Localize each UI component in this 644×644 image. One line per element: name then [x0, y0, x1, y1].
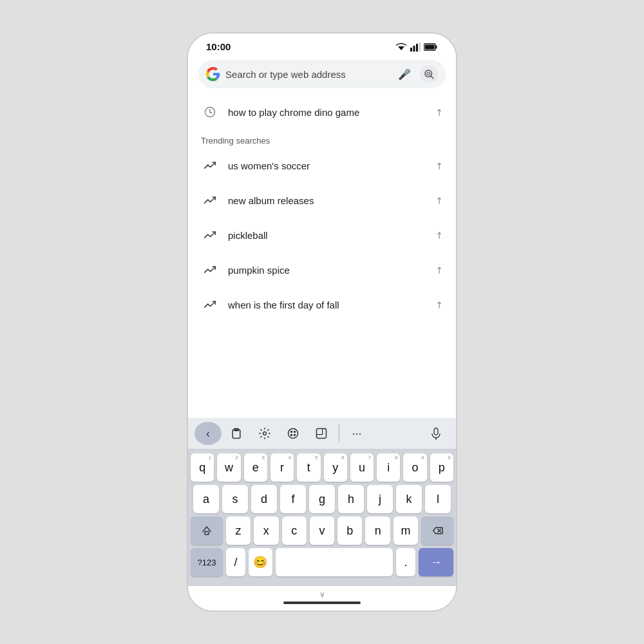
key-g[interactable]: g: [309, 485, 335, 513]
trending-icon-3: [201, 261, 219, 279]
key-b[interactable]: b: [337, 516, 362, 545]
keyboard-clipboard-btn[interactable]: [223, 422, 250, 445]
trending-item-1[interactable]: new album releases ↗: [188, 183, 456, 218]
search-icons: 🎤: [395, 65, 438, 83]
status-icons: [395, 43, 438, 52]
svg-line-10: [431, 76, 433, 79]
svg-point-15: [289, 429, 298, 439]
svg-rect-7: [425, 44, 435, 49]
key-w[interactable]: 2w: [217, 453, 240, 482]
key-d[interactable]: d: [251, 485, 277, 513]
battery-icon: [424, 43, 438, 51]
svg-point-17: [294, 431, 296, 433]
trending-item-0[interactable]: us women's soccer ↗: [188, 148, 456, 183]
svg-point-16: [290, 431, 292, 433]
keyboard-row-4: ?123 / 😊 . →: [191, 548, 453, 576]
trending-item-4-text: when is the first day of fall: [228, 299, 435, 310]
trending-item-2-text: pickleball: [228, 230, 435, 241]
phone-container: 10:00: [187, 32, 457, 612]
svg-point-14: [263, 432, 267, 435]
key-u[interactable]: 7u: [350, 453, 374, 482]
key-l[interactable]: l: [425, 485, 451, 513]
trending-item-3-text: pumpkin spice: [228, 265, 435, 276]
key-i[interactable]: 8i: [377, 453, 400, 482]
svg-point-9: [427, 72, 430, 75]
svg-rect-6: [436, 45, 437, 48]
key-a[interactable]: a: [193, 485, 219, 513]
key-t[interactable]: 5t: [297, 453, 320, 482]
keyboard-row-2: a s d f g h j k l: [191, 485, 453, 513]
bottom-nav: ∨: [188, 586, 456, 611]
key-emoji[interactable]: 😊: [249, 548, 272, 576]
trending-icon-4: [201, 296, 219, 314]
trending-item-1-text: new album releases: [228, 195, 435, 206]
keyboard-settings-btn[interactable]: [251, 422, 278, 445]
key-e[interactable]: 3e: [244, 453, 267, 482]
trending-item-2[interactable]: pickleball ↗: [188, 218, 456, 252]
microphone-icon[interactable]: 🎤: [395, 65, 413, 83]
key-p[interactable]: 0p: [430, 453, 453, 482]
status-bar: 10:00: [188, 33, 456, 56]
key-m[interactable]: m: [393, 516, 418, 545]
recent-search-text: how to play chrome dino game: [228, 107, 435, 118]
key-q[interactable]: 1q: [191, 453, 214, 482]
trending-icon-2: [201, 226, 219, 244]
trending-icon-0: [201, 156, 219, 175]
key-shift[interactable]: [191, 516, 223, 545]
svg-rect-4: [419, 43, 421, 52]
history-icon: [201, 103, 219, 121]
svg-point-19: [294, 434, 296, 436]
keyboard-stickers-btn[interactable]: [308, 422, 335, 445]
status-time: 10:00: [206, 41, 231, 52]
trending-item-3[interactable]: pumpkin spice ↗: [188, 252, 456, 287]
key-period[interactable]: .: [396, 548, 415, 576]
lens-icon[interactable]: [420, 65, 438, 83]
key-k[interactable]: k: [396, 485, 422, 513]
keyboard-row-3: z x c v b n m: [191, 516, 453, 545]
key-n[interactable]: n: [365, 516, 390, 545]
keyboard-back-btn[interactable]: ‹: [194, 422, 222, 445]
keyboard-theme-btn[interactable]: [279, 422, 307, 445]
key-enter[interactable]: →: [419, 548, 453, 576]
key-slash[interactable]: /: [226, 548, 245, 576]
keyboard: ‹: [188, 418, 456, 586]
search-placeholder: Search or type web address: [225, 69, 390, 80]
svg-rect-20: [317, 429, 327, 439]
trending-item-4[interactable]: when is the first day of fall ↗: [188, 287, 456, 322]
key-c[interactable]: c: [282, 516, 307, 545]
svg-marker-0: [398, 46, 404, 50]
key-x[interactable]: x: [254, 516, 278, 545]
keyboard-voice-btn[interactable]: [422, 422, 450, 445]
trending-item-0-text: us women's soccer: [228, 160, 435, 171]
suggestions-list: how to play chrome dino game ↗ Trending …: [188, 95, 456, 418]
key-num123[interactable]: ?123: [191, 548, 223, 576]
svg-rect-3: [416, 44, 418, 52]
svg-rect-2: [413, 46, 415, 52]
svg-point-18: [290, 434, 292, 436]
key-j[interactable]: j: [367, 485, 393, 513]
key-r[interactable]: 4r: [270, 453, 294, 482]
key-h[interactable]: h: [338, 485, 364, 513]
svg-rect-1: [410, 48, 412, 52]
toolbar-separator: [339, 424, 339, 442]
keyboard-more-btn[interactable]: ···: [343, 422, 370, 445]
chevron-down-icon: ∨: [319, 590, 325, 599]
search-bar[interactable]: Search or type web address 🎤: [198, 60, 446, 88]
recent-search-item[interactable]: how to play chrome dino game ↗: [188, 95, 456, 129]
svg-rect-25: [205, 532, 209, 535]
svg-rect-23: [434, 428, 438, 435]
signal-icon: [410, 43, 421, 52]
key-o[interactable]: 9o: [403, 453, 426, 482]
search-bar-container: Search or type web address 🎤: [188, 56, 456, 95]
key-space[interactable]: [276, 548, 393, 576]
key-v[interactable]: v: [310, 516, 334, 545]
wifi-icon: [395, 43, 407, 52]
keyboard-row-1: 1q 2w 3e 4r 5t 6y 7u 8i 9o 0p: [191, 453, 453, 482]
keyboard-keys: 1q 2w 3e 4r 5t 6y 7u 8i 9o 0p a s d f g …: [188, 450, 456, 581]
key-f[interactable]: f: [280, 485, 306, 513]
keyboard-toolbar: ‹: [188, 418, 456, 450]
key-z[interactable]: z: [226, 516, 251, 545]
key-s[interactable]: s: [222, 485, 248, 513]
key-backspace[interactable]: [421, 516, 453, 545]
key-y[interactable]: 6y: [324, 453, 347, 482]
